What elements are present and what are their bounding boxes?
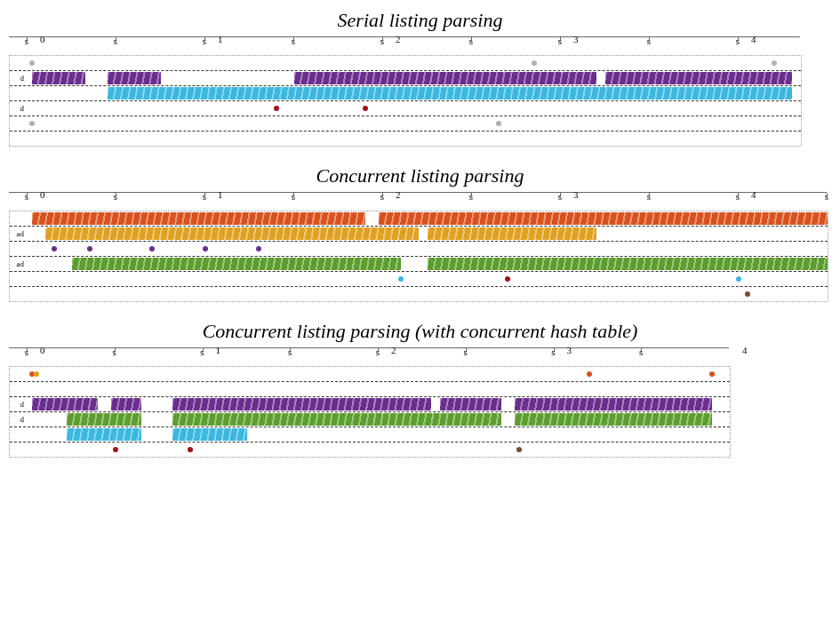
- event-dot: [113, 447, 118, 452]
- timeline-row: [10, 367, 730, 382]
- axis-unit: s: [558, 36, 562, 46]
- charts-root: Serial listing parsing0 s1 s2 s3 s4 s5 s…: [9, 9, 831, 458]
- timeline-bar: [45, 227, 419, 240]
- timeline-row: [10, 116, 801, 132]
- timeline-row: d: [10, 71, 801, 86]
- chart-title: Serial listing parsing: [9, 9, 831, 32]
- axis-tick-label: 1: [218, 189, 223, 200]
- timeline-bar: [172, 428, 247, 441]
- axis-unit: s: [647, 36, 651, 46]
- axis-tick-label: 1: [216, 345, 221, 355]
- event-dot: [256, 246, 261, 251]
- timeline-row: d: [10, 101, 801, 116]
- timeline-row: [10, 211, 828, 227]
- axis-tick-label: 0: [40, 345, 45, 355]
- event-dot: [736, 276, 741, 282]
- event-dot: [398, 276, 404, 282]
- timeline-bar: [108, 87, 792, 100]
- event-dot: [516, 447, 522, 452]
- axis-unit: s: [203, 191, 206, 202]
- timeline-bar: [172, 398, 431, 411]
- event-dot: [149, 246, 155, 251]
- timeline-bar: [111, 398, 142, 411]
- axis-tick-label: 3: [567, 345, 572, 355]
- row-label: ad: [6, 229, 24, 238]
- row-label: d: [6, 400, 24, 409]
- timeline-bar: [67, 428, 141, 441]
- timeline-row: [10, 427, 730, 443]
- axis-tick-label: 3: [573, 34, 579, 44]
- timeline-row: ad: [10, 227, 828, 242]
- event-dot: [203, 246, 208, 251]
- axis-tick-label: 2: [396, 34, 401, 44]
- axis-unit: s: [736, 191, 740, 202]
- timeline-bar: [515, 413, 712, 426]
- axis-unit: s: [469, 191, 473, 202]
- timeline-bar: [67, 413, 141, 426]
- timeline-row: [10, 443, 730, 457]
- timeline-row: [10, 272, 828, 287]
- plot-area: dd: [9, 366, 731, 458]
- axis-unit: s: [380, 191, 384, 202]
- event-dot: [29, 60, 35, 66]
- timeline-row: [10, 382, 730, 397]
- axis-unit: s: [376, 347, 380, 357]
- time-axis: 0 s1 s2 s3 s4 s5 s6 s7 s8 s9 s: [9, 192, 827, 209]
- axis-unit: s: [464, 347, 468, 357]
- axis-tick-label: 1: [218, 34, 223, 44]
- timeline-bar: [515, 398, 712, 411]
- axis-unit: s: [292, 191, 295, 202]
- event-dot: [505, 276, 510, 282]
- event-dot: [532, 60, 537, 66]
- timeline-row: [10, 287, 828, 301]
- axis-unit: s: [469, 36, 473, 46]
- chart-title: Concurrent listing parsing: [9, 164, 831, 187]
- timeline-bar: [428, 227, 596, 240]
- axis-tick-label: 0: [40, 189, 45, 200]
- axis-tick-label: 3: [573, 189, 579, 200]
- axis-tick-label: 2: [391, 345, 396, 355]
- row-label: ad: [6, 259, 24, 268]
- event-dot: [87, 246, 92, 251]
- event-dot: [587, 371, 592, 377]
- timeline-row: d: [10, 412, 730, 427]
- row-label: d: [6, 74, 24, 83]
- time-axis: 0 s1 s2 s3 s4 s5 s6 s7 s: [9, 347, 729, 364]
- event-dot: [274, 106, 279, 111]
- axis-unit: s: [114, 191, 117, 202]
- row-label: d: [6, 415, 24, 424]
- axis-unit: s: [292, 36, 295, 46]
- row-label: d: [6, 104, 24, 113]
- axis-unit: s: [736, 36, 740, 46]
- timeline-bar: [108, 72, 161, 84]
- timeline-bar: [379, 212, 828, 225]
- timeline-bar: [294, 72, 596, 84]
- chart-title: Concurrent listing parsing (with concurr…: [9, 320, 831, 343]
- axis-unit: s: [551, 347, 555, 357]
- chart-0: Serial listing parsing0 s1 s2 s3 s4 s5 s…: [9, 9, 831, 147]
- time-axis: 0 s1 s2 s3 s4 s5 s6 s7 s8 s: [9, 36, 800, 53]
- timeline-bar: [428, 258, 828, 270]
- axis-unit: s: [25, 347, 28, 357]
- chart-1: Concurrent listing parsing0 s1 s2 s3 s4 …: [9, 164, 831, 302]
- axis-unit: s: [25, 191, 28, 202]
- plot-area: adad: [9, 211, 828, 302]
- event-dot: [772, 60, 777, 66]
- event-dot: [709, 371, 715, 377]
- axis-unit: s: [25, 36, 28, 46]
- timeline-bar: [32, 212, 365, 225]
- axis-unit: s: [113, 347, 116, 357]
- timeline-bar: [605, 72, 792, 84]
- axis-unit: s: [558, 191, 562, 202]
- axis-unit: s: [639, 347, 643, 357]
- event-dot: [745, 291, 750, 297]
- timeline-row: ad: [10, 257, 828, 272]
- event-dot: [52, 246, 57, 251]
- axis-unit: s: [114, 36, 117, 46]
- event-dot: [34, 371, 39, 377]
- axis-unit: s: [200, 347, 204, 357]
- axis-tick-label: 4: [751, 189, 756, 200]
- axis-tick-label: 4: [751, 34, 756, 44]
- axis-tick-label: 0: [40, 34, 45, 44]
- axis-unit: s: [380, 36, 384, 46]
